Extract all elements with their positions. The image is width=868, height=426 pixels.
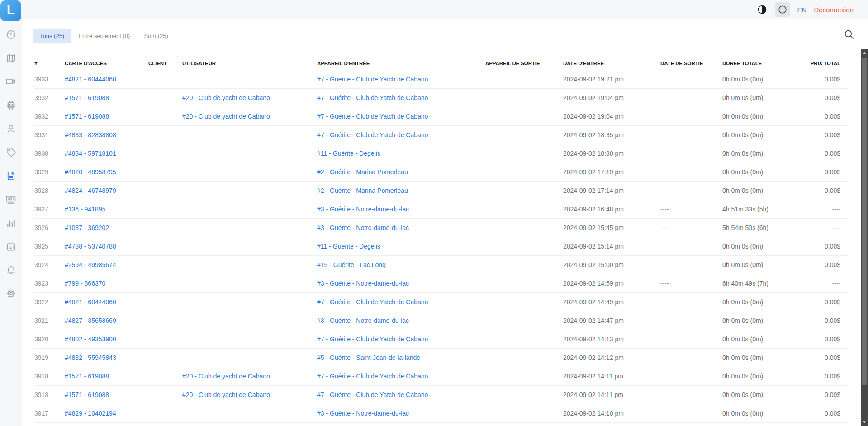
entry-device-link[interactable]: #7 - Guérite - Club de Yatch de Cabano — [317, 298, 485, 306]
entry-device-link[interactable]: #2 - Guérite - Marina Pomerleau — [317, 187, 485, 194]
sidebar-item-clock[interactable] — [0, 24, 22, 47]
access-card-link[interactable]: #1037 - 369202 — [65, 224, 148, 231]
entry-device-link[interactable]: #3 - Guérite - Notre-dame-du-lac — [317, 224, 485, 231]
sidebar-item-calendar[interactable] — [0, 235, 22, 259]
logo-letter: L — [7, 3, 15, 17]
total-price-cell: 0.00$ — [785, 168, 840, 176]
scroll-up-arrow-icon[interactable] — [863, 52, 866, 54]
access-card-link[interactable]: #1571 - 619088 — [65, 391, 148, 398]
table-row: 3932 #1571 - 619088 #20 - Club de yacht … — [34, 107, 848, 126]
row-number: 3924 — [34, 261, 65, 268]
access-card-link[interactable]: #4832 - 55945843 — [65, 354, 148, 361]
vertical-scrollbar[interactable] — [861, 49, 868, 426]
user-link[interactable]: #20 - Club de yacht de Cabano — [182, 391, 317, 398]
total-price-cell: ---- — [785, 206, 840, 213]
access-card-link[interactable]: #1571 - 619088 — [65, 94, 148, 101]
col-header-appareil-sortie: APPAREIL DE SORTIE — [485, 61, 563, 66]
entry-device-link[interactable]: #3 - Guérite - Notre-dame-du-lac — [317, 410, 485, 417]
tab-sorti[interactable]: Sorti (25) — [137, 29, 175, 43]
entry-device-link[interactable]: #5 - Guérite - Saint-Jean-de-la-lande — [317, 354, 485, 361]
user-link[interactable]: #20 - Club de yacht de Cabano — [182, 373, 317, 380]
map-icon — [6, 53, 16, 65]
video-camera-icon — [5, 76, 16, 89]
access-card-link[interactable]: #4802 - 49353900 — [65, 335, 148, 343]
sidebar-item-tags[interactable] — [0, 141, 22, 165]
access-card-link[interactable]: #4824 - 46748979 — [65, 187, 148, 194]
total-price-cell: 0.00$ — [785, 113, 840, 120]
app-logo[interactable]: L — [0, 0, 21, 21]
access-card-link[interactable]: #4827 - 35658669 — [65, 317, 148, 324]
entry-device-link[interactable]: #7 - Guérite - Club de Yatch de Cabano — [317, 94, 485, 101]
entry-device-link[interactable]: #3 - Guérite - Notre-dame-du-lac — [317, 206, 485, 213]
entry-device-link[interactable]: #3 - Guérite - Notre-dame-du-lac — [317, 317, 485, 324]
access-card-link[interactable]: #4821 - 60444060 — [65, 298, 148, 306]
entry-device-link[interactable]: #7 - Guérite - Club de Yatch de Cabano — [317, 335, 485, 343]
clock-icon — [6, 29, 16, 42]
access-card-link[interactable]: #136 - 941895 — [65, 206, 148, 213]
circle-icon[interactable] — [775, 2, 790, 17]
filter-tabs-row: Tous (25) Entré seulement (0) Sorti (25) — [22, 19, 868, 42]
entry-device-link[interactable]: #2 - Guérite - Marina Pomerleau — [317, 168, 485, 176]
logout-link[interactable]: Déconnexion — [814, 6, 854, 14]
access-card-link[interactable]: #2594 - 49985674 — [65, 261, 148, 268]
access-card-link[interactable]: #4820 - 48958795 — [65, 168, 148, 176]
money-icon — [5, 194, 16, 206]
access-card-link[interactable]: #4788 - 53740788 — [65, 243, 148, 250]
access-card-link[interactable]: #1571 - 619088 — [65, 373, 148, 380]
total-duration-cell: 0h 0m 0s (0m) — [722, 298, 785, 306]
scrollbar-thumb[interactable] — [862, 58, 867, 385]
sidebar-item-cameras[interactable] — [0, 71, 22, 94]
access-card-link[interactable]: #4834 - 59718101 — [65, 150, 148, 157]
access-card-link[interactable]: #4829 - 10402194 — [65, 410, 148, 417]
language-switch[interactable]: EN — [797, 6, 807, 14]
entry-device-link[interactable]: #7 - Guérite - Club de Yatch de Cabano — [317, 391, 485, 398]
tag-icon — [6, 147, 16, 159]
row-number: 3918 — [34, 391, 65, 398]
user-link[interactable]: #20 - Club de yacht de Cabano — [182, 113, 317, 120]
entry-date-cell: 2024-09-02 14:47 pm — [563, 317, 660, 324]
entry-device-link[interactable]: #7 - Guérite - Club de Yatch de Cabano — [317, 373, 485, 380]
access-card-link[interactable]: #1571 - 619088 — [65, 113, 148, 120]
app-window: EN Déconnexion L lexoh accès innovant — [0, 0, 868, 426]
table-row: 3922 #4821 - 60444060 #7 - Guérite - Clu… — [34, 293, 848, 311]
entry-date-cell: 2024-09-02 17:19 pm — [563, 168, 660, 176]
sidebar-item-users[interactable] — [0, 118, 22, 141]
calendar-icon — [6, 241, 16, 254]
entry-device-link[interactable]: #11 - Guérite - Degelis — [317, 243, 485, 250]
total-duration-cell: 6h 40m 49s (7h) — [722, 280, 785, 287]
scroll-down-arrow-icon[interactable] — [863, 421, 866, 423]
entry-date-cell: 2024-09-02 15:45 pm — [563, 224, 660, 231]
total-duration-cell: 0h 0m 0s (0m) — [722, 261, 785, 268]
tab-entre-seulement[interactable]: Entré seulement (0) — [71, 29, 137, 43]
sidebar-item-payments[interactable] — [0, 188, 22, 212]
access-card-link[interactable]: #4833 - 82838808 — [65, 131, 148, 139]
entry-device-link[interactable]: #11 - Guérite - Degelis — [317, 150, 485, 157]
user-icon — [6, 124, 16, 136]
entry-device-link[interactable]: #3 - Guérite - Notre-dame-du-lac — [317, 280, 485, 287]
row-number: 3922 — [34, 298, 65, 306]
bar-chart-icon — [6, 218, 16, 230]
total-price-cell: 0.00$ — [785, 335, 840, 343]
contrast-icon[interactable] — [757, 4, 768, 15]
entry-date-cell: 2024-09-02 15:14 pm — [563, 243, 660, 250]
sidebar-item-statistics[interactable] — [0, 212, 22, 235]
sidebar-item-notifications[interactable] — [0, 259, 22, 282]
row-number: 3928 — [34, 187, 65, 194]
table-row: 3924 #2594 - 49985674 #15 - Guérite - La… — [34, 256, 848, 274]
search-icon[interactable] — [844, 29, 854, 41]
exit-date-cell: ---- — [660, 280, 722, 287]
access-card-link[interactable]: #4821 - 60444060 — [65, 76, 148, 83]
entry-device-link[interactable]: #7 - Guérite - Club de Yatch de Cabano — [317, 131, 485, 139]
entry-device-link[interactable]: #15 - Guérite - Lac Long — [317, 261, 485, 268]
tab-tous[interactable]: Tous (25) — [33, 29, 71, 43]
access-card-link[interactable]: #799 - 866370 — [65, 280, 148, 287]
sidebar-item-devices[interactable] — [0, 94, 22, 118]
sidebar-item-map[interactable] — [0, 47, 22, 71]
sidebar-item-reports[interactable] — [0, 165, 22, 188]
entry-device-link[interactable]: #7 - Guérite - Club de Yatch de Cabano — [317, 113, 485, 120]
table-row: 3929 #4820 - 48958795 #2 - Guérite - Mar… — [34, 163, 848, 182]
col-header-carte: CARTE D'ACCÈS — [65, 61, 148, 66]
entry-device-link[interactable]: #7 - Guérite - Club de Yatch de Cabano — [317, 76, 485, 83]
sidebar-item-settings[interactable] — [0, 282, 22, 306]
user-link[interactable]: #20 - Club de yacht de Cabano — [182, 94, 317, 101]
